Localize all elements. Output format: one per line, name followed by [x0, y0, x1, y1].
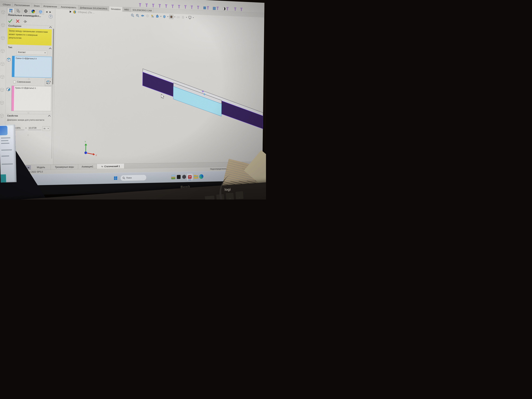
panel-prev-arrow-icon[interactable]: ◀ [46, 11, 47, 13]
selection-stripe [12, 56, 15, 77]
contour-icon[interactable] [222, 7, 226, 10]
photo-scene: Сборка Расположение Эскиз Исправление Ан… [0, 0, 266, 200]
monitor: Сборка Расположение Эскиз Исправление Ан… [0, 0, 264, 196]
help-icon[interactable]: ? [49, 14, 53, 19]
selection2-item[interactable]: Грань<2>@Деталь2-1 [14, 86, 51, 111]
filter-icon[interactable] [216, 6, 219, 10]
resize-grip[interactable] [28, 112, 29, 114]
fixture-icon[interactable] [213, 7, 216, 10]
pressure-icon[interactable] [203, 6, 206, 9]
displaymanager-tab[interactable] [30, 9, 37, 14]
tab-static-study[interactable]: Статический 1 [97, 164, 124, 169]
chevron-down-icon [48, 128, 49, 129]
self-contact-label[interactable]: Самокасание [17, 80, 31, 83]
ok-button[interactable] [8, 19, 13, 23]
gap-value-field[interactable]: 10.0728 [28, 126, 41, 130]
app-icon-dark[interactable] [177, 175, 181, 179]
filter-icon[interactable] [158, 4, 161, 8]
tab-model[interactable]: Модель [31, 165, 51, 170]
part-cube-icon [0, 113, 4, 118]
scrollbar-thumb[interactable] [52, 29, 54, 84]
axis-y-label: Y [85, 140, 86, 143]
panel-next-arrow-icon[interactable]: ▶ [50, 11, 51, 13]
cancel-button[interactable] [15, 19, 20, 24]
filter-icon[interactable] [171, 5, 174, 8]
file-explorer-icon[interactable] [194, 174, 198, 179]
configurationmanager-tab[interactable] [22, 8, 29, 14]
simulation-study-tab[interactable] [37, 9, 44, 15]
face-set2-cube-icon [6, 87, 11, 92]
collapse-chevron-icon[interactable] [49, 26, 52, 28]
filter-icon[interactable] [207, 6, 209, 10]
filter-icon[interactable] [197, 6, 200, 10]
faces-set1-selection-box[interactable]: Грань<1>@Деталь2-3 [12, 56, 52, 78]
tab-3d-views[interactable]: Трехмерные виды [51, 164, 78, 170]
type-section-header[interactable]: Тип [8, 46, 12, 49]
selection1-item[interactable]: Грань<1>@Деталь2-3 [14, 56, 51, 77]
faces-set2-selection-box[interactable]: Грань<2>@Деталь2-1 [11, 86, 51, 111]
app-icon-hexagon[interactable] [182, 174, 186, 179]
tab-animation1[interactable]: Анимация1 [78, 164, 97, 169]
filter-icon[interactable] [178, 5, 180, 9]
part-cube-icon [0, 22, 6, 28]
numlock-key: num lock [205, 195, 215, 200]
swap-faces-button[interactable] [45, 79, 52, 86]
coordinate-triad [84, 144, 95, 155]
graphics-viewport[interactable]: Сборка1 (По ... A [53, 9, 264, 165]
filter-icon[interactable] [234, 7, 236, 11]
message-section-header[interactable]: Сообщение [8, 24, 21, 27]
face-set1-cube-icon [6, 57, 11, 62]
second-monitor-graphic [0, 126, 7, 135]
tab-sketch[interactable]: Эскиз [32, 3, 42, 9]
filter-icon[interactable] [152, 4, 154, 7]
part-cube-icon [0, 35, 6, 40]
filter-icon[interactable] [226, 7, 229, 11]
resize-grip[interactable] [28, 78, 30, 80]
start-button[interactable] [114, 177, 117, 180]
second-monitor [0, 125, 17, 183]
mouse-cursor [161, 94, 164, 99]
self-contact-checkbox[interactable] [13, 81, 16, 83]
warning-message: Зазор между связанными элементами может … [7, 28, 52, 46]
pin-button[interactable] [23, 19, 28, 24]
gap-range-label: Диапазон зазора для учета контакта: [7, 118, 51, 122]
study-icon [101, 165, 103, 168]
contact-type-value: Контакт [18, 51, 26, 53]
filter-icon[interactable] [190, 5, 193, 9]
filter-icon[interactable] [145, 3, 148, 7]
collapse-chevron-icon[interactable] [48, 115, 51, 117]
second-monitor-taskbar [0, 174, 6, 183]
featuremanager-tab[interactable] [7, 8, 14, 13]
equals-sign: = [25, 127, 26, 129]
propertymanager-tab[interactable] [15, 8, 22, 14]
filter-icon[interactable] [240, 8, 243, 12]
search-icon [123, 177, 125, 179]
filter-icon[interactable] [139, 3, 141, 7]
part-cube-icon [0, 74, 5, 79]
part-cube-icon [0, 100, 5, 105]
part-cube-icon [0, 48, 5, 53]
divider [6, 114, 52, 114]
solidworks-app-icon[interactable]: SW 2022 [187, 173, 193, 180]
part-cube-icon [0, 87, 5, 92]
axis-x-label: X [95, 154, 97, 157]
collapse-chevron-icon[interactable] [49, 47, 52, 49]
edge-browser-icon[interactable] [199, 174, 204, 179]
contact-type-dropdown[interactable]: Контакт [17, 50, 47, 55]
properties-section-header[interactable]: Свойства [7, 114, 18, 117]
filter-icon[interactable] [165, 4, 167, 8]
part-cube-icon [1, 9, 6, 15]
model-3d-view[interactable]: Y X [53, 9, 264, 165]
tab-assembly[interactable]: Сборка [1, 2, 13, 7]
active-app-indicator [188, 180, 191, 180]
search-label: Поиск [126, 177, 132, 179]
filter-icon[interactable] [184, 5, 187, 9]
chevron-down-icon [44, 52, 46, 53]
solidworks-screen: Сборка Расположение Эскиз Исправление Ан… [0, 0, 264, 186]
tab-mbd[interactable]: MBD [123, 7, 131, 12]
unit-value: m [44, 127, 45, 130]
unit-dropdown[interactable]: m [43, 126, 50, 131]
taskbar-search[interactable]: Поиск [120, 175, 146, 181]
widgets-app-icon[interactable] [171, 175, 176, 179]
resize-grip[interactable] [27, 134, 29, 136]
